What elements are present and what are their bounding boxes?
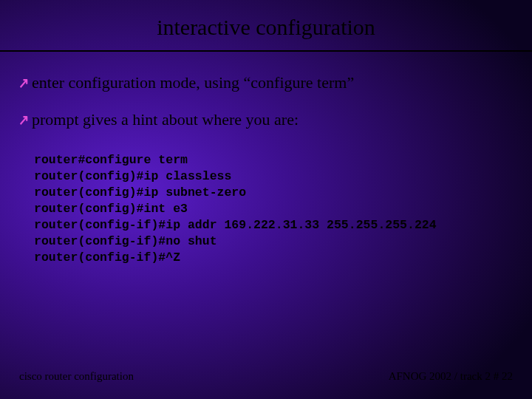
code-line: router(config-if)#ip addr 169.222.31.33 …	[34, 218, 437, 232]
arrow-icon: ↗	[18, 109, 29, 130]
bullet-text: prompt gives a hint about where you are:	[32, 109, 299, 130]
footer-left: cisco router configuration	[19, 370, 134, 383]
arrow-icon: ↗	[18, 72, 29, 93]
code-block: router#configure term router(config)#ip …	[0, 146, 532, 266]
slide-title: interactive configuration	[0, 0, 532, 50]
bullet-item: ↗ enter configuration mode, using “confi…	[0, 72, 532, 109]
code-line: router(config)#int e3	[34, 202, 188, 216]
code-line: router#configure term	[34, 153, 188, 167]
footer-right: AFNOG 2002 / track 2 # 22	[389, 370, 513, 383]
code-line: router(config-if)#no shut	[34, 234, 217, 248]
bullet-item: ↗ prompt gives a hint about where you ar…	[0, 109, 532, 146]
code-line: router(config)#ip subnet-zero	[34, 185, 246, 200]
footer: cisco router configuration AFNOG 2002 / …	[0, 370, 532, 383]
title-underline	[0, 50, 532, 52]
bullet-text: enter configuration mode, using “configu…	[32, 72, 354, 93]
code-line: router(config-if)#^Z	[34, 250, 180, 265]
code-line: router(config)#ip classless	[34, 169, 231, 183]
